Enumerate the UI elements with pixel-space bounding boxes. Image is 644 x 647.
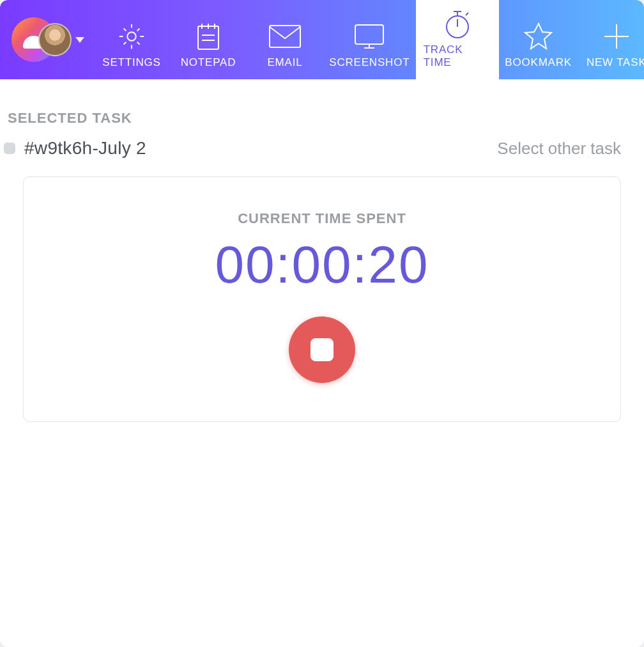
app-window: SETTINGS NOTEPAD EMAIL SCREENSHOT: [0, 0, 644, 647]
svg-point-0: [127, 32, 135, 40]
tab-new-task[interactable]: NEW TASK: [578, 0, 644, 79]
tab-screenshot[interactable]: SCREENSHOT: [323, 0, 416, 79]
gear-icon: [117, 17, 146, 56]
star-icon: [523, 17, 554, 56]
stop-icon: [310, 338, 334, 361]
user-avatar[interactable]: [38, 23, 72, 56]
tab-email[interactable]: EMAIL: [247, 0, 323, 79]
tab-notepad[interactable]: NOTEPAD: [170, 0, 247, 79]
tab-label: TRACK TIME: [424, 43, 491, 69]
timer-label: CURRENT TIME SPENT: [238, 210, 406, 227]
email-icon: [268, 17, 302, 56]
select-other-task-link[interactable]: Select other task: [497, 139, 621, 159]
tab-label: SCREENSHOT: [329, 56, 410, 69]
task-row: #w9tk6h-July 2 Select other task: [4, 138, 621, 159]
plus-icon: [602, 17, 631, 56]
tab-label: NEW TASK: [586, 56, 644, 69]
tab-label: SETTINGS: [102, 56, 160, 69]
brand-area[interactable]: [0, 0, 93, 79]
timer-value: 00:00:20: [215, 238, 429, 291]
tab-track-time[interactable]: TRACK TIME: [416, 0, 499, 79]
svg-rect-2: [270, 26, 300, 47]
topbar: SETTINGS NOTEPAD EMAIL SCREENSHOT: [0, 0, 644, 79]
stopwatch-icon: [443, 4, 472, 43]
svg-rect-1: [198, 26, 218, 49]
notepad-icon: [194, 17, 222, 56]
screenshot-icon: [353, 17, 386, 56]
task-status-icon[interactable]: [4, 143, 15, 154]
timer-card: CURRENT TIME SPENT 00:00:20: [23, 176, 621, 422]
tab-bookmark[interactable]: BOOKMARK: [499, 0, 578, 79]
task-name[interactable]: #w9tk6h-July 2: [24, 138, 146, 159]
topbar-tabs: SETTINGS NOTEPAD EMAIL SCREENSHOT: [93, 0, 644, 79]
task-left: #w9tk6h-July 2: [4, 138, 146, 159]
svg-rect-3: [355, 25, 383, 44]
stop-button[interactable]: [289, 316, 355, 383]
chevron-down-icon[interactable]: [75, 37, 84, 43]
tab-settings[interactable]: SETTINGS: [93, 0, 170, 79]
tab-label: BOOKMARK: [505, 56, 572, 69]
tab-label: NOTEPAD: [181, 56, 236, 69]
main-content: SELECTED TASK #w9tk6h-July 2 Select othe…: [0, 79, 644, 422]
tab-label: EMAIL: [267, 56, 302, 69]
selected-task-heading: SELECTED TASK: [8, 110, 621, 127]
